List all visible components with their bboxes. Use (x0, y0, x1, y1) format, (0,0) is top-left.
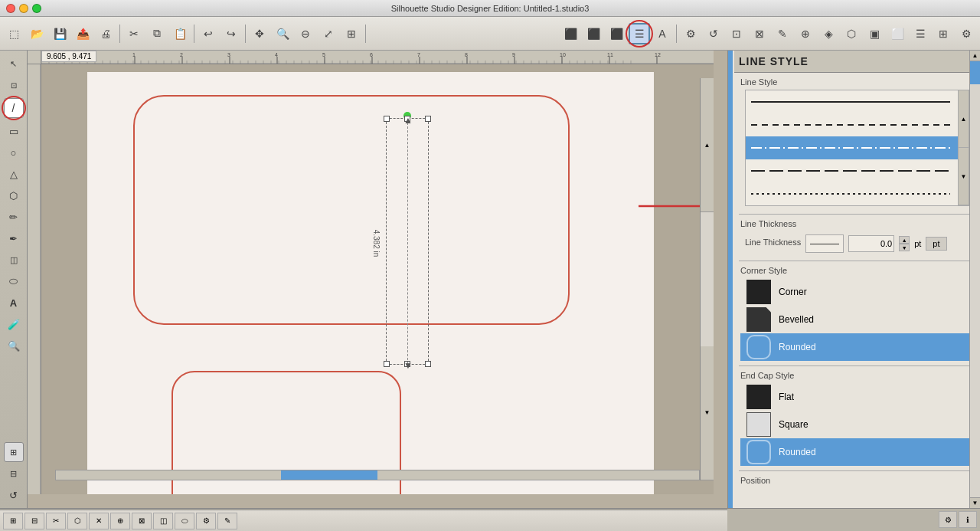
toolbar-redo[interactable]: ↪ (220, 23, 242, 44)
canvas-scrollbar-h[interactable] (55, 470, 700, 480)
line-style-dashed[interactable] (746, 113, 958, 136)
bottom-settings-btn[interactable]: ⚙ (939, 511, 957, 528)
toolbar-export[interactable]: 📤 (72, 23, 93, 44)
toolbar-undo[interactable]: ↩ (198, 23, 219, 44)
lt-node[interactable]: ⊡ (4, 75, 24, 95)
toolbar-t3[interactable]: ⊡ (726, 23, 747, 44)
toolbar-t4[interactable]: ⊠ (749, 23, 770, 44)
panel-scrollbar[interactable]: ▲ ▼ (969, 51, 980, 508)
close-button[interactable] (6, 4, 15, 13)
lt-line[interactable]: / (4, 98, 24, 118)
bi-5[interactable]: ✕ (89, 513, 109, 529)
toolbar-t9[interactable]: ▣ (864, 23, 885, 44)
scrollbar-thumb-h[interactable] (281, 470, 377, 480)
lt-pencil[interactable]: ✏ (4, 207, 24, 227)
lt-text[interactable]: A (4, 293, 24, 313)
toolbar-distribute[interactable]: ⬛ (583, 23, 604, 44)
lt-layers[interactable]: ⊞ (4, 442, 24, 462)
window-controls[interactable] (6, 4, 41, 13)
toolbar-fit[interactable]: ⤢ (318, 23, 339, 44)
line-style-dot[interactable] (746, 182, 958, 205)
pt-button[interactable]: pt (926, 237, 946, 251)
lt-select[interactable]: ↖ (4, 54, 24, 74)
handle-top-right[interactable] (425, 116, 431, 122)
canvas-scrollbar-v[interactable]: ▲ ▼ (700, 78, 714, 480)
toolbar-copy[interactable]: ⧉ (146, 23, 168, 44)
bi-9[interactable]: ⬭ (175, 513, 194, 529)
toolbar-group[interactable]: ⬛ (606, 23, 627, 44)
toolbar-settings[interactable]: ⚙ (956, 23, 977, 44)
bi-7[interactable]: ⊠ (132, 513, 152, 529)
canvas-area[interactable]: 4.382 in ▲ ▼ ▲ (41, 64, 714, 494)
corner-option-corner[interactable]: Corner (740, 278, 974, 306)
lt-rect[interactable]: ▭ (4, 121, 24, 141)
corner-option-rounded[interactable]: Rounded (740, 333, 974, 361)
lt-eraser[interactable]: ◫ (4, 250, 24, 270)
bi-11[interactable]: ✎ (217, 513, 237, 529)
bi-10[interactable]: ⚙ (196, 513, 216, 529)
toolbar-cut[interactable]: ✂ (123, 23, 145, 44)
ls-scroll-up[interactable]: ▲ (959, 90, 969, 148)
lt-ellipse[interactable]: ○ (4, 143, 24, 162)
canvas-wrapper[interactable]: 123456789101112 (28, 51, 727, 508)
shape-large-rect[interactable] (133, 95, 570, 325)
panel-scroll-down[interactable]: ▼ (970, 497, 980, 508)
maximize-button[interactable] (32, 4, 41, 13)
toolbar-text[interactable]: A (652, 23, 673, 44)
panel-scroll-thumb[interactable] (970, 61, 980, 84)
toolbar-paste[interactable]: 📋 (169, 23, 191, 44)
toolbar-grid[interactable]: ⊞ (341, 23, 362, 44)
handle-bot-right[interactable] (425, 361, 431, 367)
toolbar-zoom-in[interactable]: 🔍 (272, 23, 293, 44)
bi-3[interactable]: ✂ (46, 513, 66, 529)
toolbar-t10[interactable]: ⬜ (887, 23, 908, 44)
panel-scroll-up[interactable]: ▲ (970, 51, 980, 61)
endcap-option-flat[interactable]: Flat (740, 383, 974, 411)
bi-6[interactable]: ⊕ (110, 513, 130, 529)
toolbar-t2[interactable]: ↺ (703, 23, 724, 44)
endcap-option-rounded[interactable]: Rounded (740, 438, 974, 466)
ls-scroll-down[interactable]: ▼ (959, 148, 969, 205)
line-style-long-dash[interactable] (746, 159, 958, 182)
scroll-up[interactable]: ▲ (701, 78, 714, 212)
spinner-up[interactable]: ▲ (899, 236, 910, 244)
bi-1[interactable]: ⊞ (3, 513, 23, 529)
endcap-option-square[interactable]: Square (740, 411, 974, 438)
toolbar-zoom-out[interactable]: ⊖ (295, 23, 316, 44)
lt-media[interactable]: ⊟ (4, 464, 24, 483)
lt-fill[interactable]: ⬭ (4, 271, 24, 291)
toolbar-print[interactable]: 🖨 (95, 23, 116, 44)
line-style-dash-dot[interactable] (746, 136, 958, 159)
lt-poly[interactable]: ⬡ (4, 185, 24, 205)
line-style-solid[interactable] (746, 90, 958, 113)
lt-eyedrop[interactable]: 🧪 (4, 314, 24, 334)
toolbar-t6[interactable]: ⊕ (795, 23, 816, 44)
toolbar-t1[interactable]: ⚙ (680, 23, 701, 44)
thickness-value-input[interactable] (848, 235, 894, 252)
bi-4[interactable]: ⬡ (67, 513, 87, 529)
line-style-scroll[interactable]: ▲ ▼ (958, 90, 969, 205)
lt-pen[interactable]: ✒ (4, 228, 24, 248)
toolbar-align[interactable]: ⬛ (560, 23, 581, 44)
minimize-button[interactable] (19, 4, 28, 13)
toolbar-save[interactable]: 💾 (49, 23, 70, 44)
lt-sync[interactable]: ↺ (4, 485, 24, 505)
toolbar-t12[interactable]: ⊞ (933, 23, 954, 44)
scroll-down[interactable]: ▼ (701, 346, 714, 480)
toolbar-pan[interactable]: ✥ (249, 23, 270, 44)
spinner-down[interactable]: ▼ (899, 244, 910, 251)
toolbar-t8[interactable]: ⬡ (841, 23, 862, 44)
handle-top-left[interactable] (384, 116, 390, 122)
toolbar-t7[interactable]: ◈ (818, 23, 839, 44)
toolbar-t11[interactable]: ☰ (910, 23, 931, 44)
bottom-info-btn[interactable]: ℹ (959, 511, 977, 528)
toolbar-open[interactable]: 📂 (26, 23, 47, 44)
bi-2[interactable]: ⊟ (24, 513, 44, 529)
toolbar-t5[interactable]: ✎ (772, 23, 793, 44)
bi-8[interactable]: ◫ (153, 513, 173, 529)
toolbar-new[interactable]: ⬚ (3, 23, 24, 44)
toolbar-line-style-active[interactable]: ☰ (629, 23, 650, 44)
corner-option-bevelled[interactable]: Bevelled (740, 306, 974, 333)
lt-triangle[interactable]: △ (4, 164, 24, 184)
lt-zoom[interactable]: 🔍 (4, 336, 24, 356)
